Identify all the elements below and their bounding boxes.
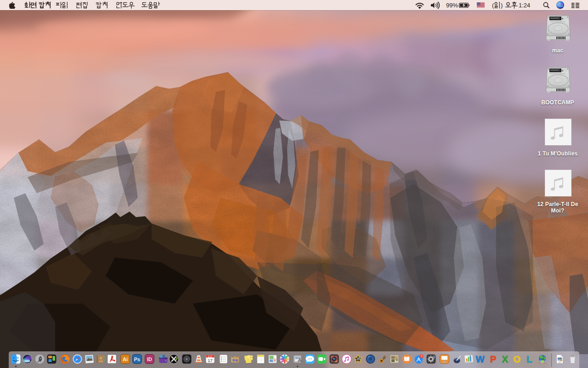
svg-text:1:24: 1:24 <box>519 2 530 9</box>
svg-text:W: W <box>476 354 485 364</box>
svg-text:17: 17 <box>208 358 213 363</box>
svg-text:ID: ID <box>147 356 152 362</box>
svg-text:MP3: MP3 <box>559 362 561 363</box>
svg-text:P: P <box>490 354 496 364</box>
svg-text:X: X <box>502 354 508 364</box>
svg-text:O: O <box>514 354 521 364</box>
svg-text:99%: 99% <box>446 2 458 9</box>
svg-text:): ) <box>501 2 503 9</box>
svg-text:4: 4 <box>420 355 422 357</box>
svg-text:(: ( <box>492 2 494 9</box>
svg-text:Ai: Ai <box>123 356 128 362</box>
svg-text:Ps: Ps <box>134 356 140 362</box>
svg-text:Plans: Plans <box>250 356 254 358</box>
svg-text:L: L <box>526 354 532 364</box>
